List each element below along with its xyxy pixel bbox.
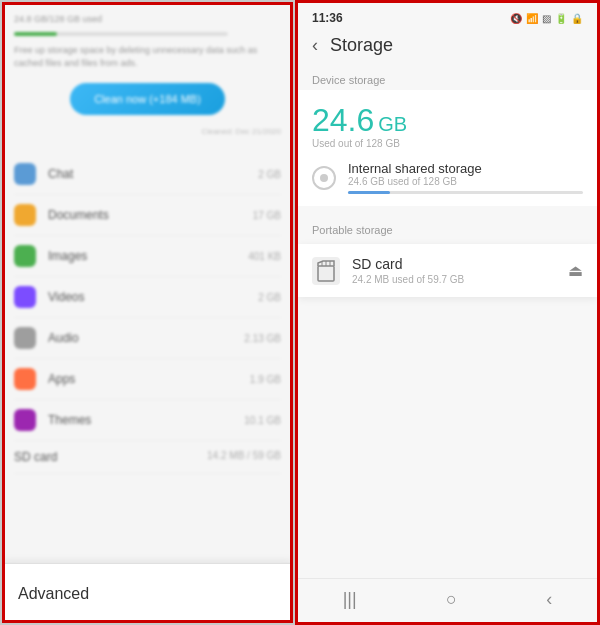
sdcard-label: SD card [14,450,57,464]
advanced-label: Advanced [18,585,89,603]
category-name: Documents [48,208,253,222]
clean-now-button[interactable]: Clean now (+184 MB) [70,83,225,115]
signal-icon: ▨ [542,13,551,24]
storage-used-text: Used out of 128 GB [312,138,583,149]
lock-icon: 🔒 [571,13,583,24]
category-icon [14,245,36,267]
category-size: 1.9 GB [250,374,281,385]
top-bar: ‹ Storage [298,29,597,66]
list-item[interactable]: Images401 KB [14,236,281,277]
internal-used: 24.6 GB used of 128 GB [348,176,583,187]
category-icon [14,163,36,185]
portable-section: Portable storage [298,214,597,244]
category-size: 2 GB [258,169,281,180]
category-name: Apps [48,372,250,386]
storage-title: Storage [330,35,393,56]
list-item[interactable]: Documents17 GB [14,195,281,236]
clean-date: Cleaned: Dec 21/2020 [14,127,281,136]
portable-storage-label: Portable storage [312,224,583,236]
advanced-bar[interactable]: Advanced [2,563,293,623]
internal-info: Internal shared storage 24.6 GB used of … [348,161,583,194]
sdcard-icon [312,257,340,285]
category-name: Images [48,249,248,263]
internal-bar [348,191,583,194]
right-panel: 11:36 🔇 📶 ▨ 🔋 🔒 ‹ Storage Device storage… [295,0,600,625]
nav-back-icon[interactable]: ‹ [546,589,552,610]
sdcard-size: 14.2 MB / 59 GB [207,450,281,464]
sdcard-info: SD card 24.2 MB used of 59.7 GB [352,256,556,285]
status-bar: 11:36 🔇 📶 ▨ 🔋 🔒 [298,3,597,29]
left-storage-bar [14,32,228,36]
list-item[interactable]: Themes10.1 GB [14,400,281,441]
internal-storage-row[interactable]: Internal shared storage 24.6 GB used of … [312,161,583,194]
list-item[interactable]: Videos2 GB [14,277,281,318]
category-size: 401 KB [248,251,281,262]
storage-circle-icon [312,166,336,190]
device-storage-label: Device storage [298,66,597,90]
category-icon [14,368,36,390]
battery-icon: 🔋 [555,13,567,24]
sdcard-name: SD card [352,256,556,272]
list-item[interactable]: Audio2.13 GB [14,318,281,359]
eject-button[interactable]: ⏏ [568,261,583,280]
list-item[interactable]: Apps1.9 GB [14,359,281,400]
category-size: 2.13 GB [244,333,281,344]
nav-recents-icon[interactable]: ||| [343,589,357,610]
storage-unit: GB [378,113,407,136]
sdcard-row: SD card 14.2 MB / 59 GB [14,441,281,474]
category-size: 10.1 GB [244,415,281,426]
mute-icon: 🔇 [510,13,522,24]
right-spacer [298,297,597,578]
category-icon [14,409,36,431]
category-name: Chat [48,167,258,181]
category-icon [14,204,36,226]
sdcard-used-text: 24.2 MB used of 59.7 GB [352,274,556,285]
storage-amount: 24.6 [312,104,374,136]
left-description: Free up storage space by deleting unnece… [14,44,281,69]
left-panel: 24.8 GB/128 GB used Free up storage spac… [0,0,295,625]
svg-rect-0 [318,266,334,281]
category-icon [14,327,36,349]
category-name: Themes [48,413,244,427]
category-name: Audio [48,331,244,345]
wifi-icon: 📶 [526,13,538,24]
internal-bar-fill [348,191,390,194]
category-size: 17 GB [253,210,281,221]
left-storage-bar-fill [14,32,57,36]
nav-home-icon[interactable]: ○ [446,589,457,610]
sdcard-card[interactable]: SD card 24.2 MB used of 59.7 GB ⏏ [298,244,597,297]
internal-title: Internal shared storage [348,161,583,176]
left-blurred-content: 24.8 GB/128 GB used Free up storage spac… [2,2,293,563]
device-storage-card: 24.6 GB Used out of 128 GB Internal shar… [298,90,597,206]
back-button[interactable]: ‹ [312,35,318,56]
category-name: Videos [48,290,258,304]
status-time: 11:36 [312,11,343,25]
category-icon [14,286,36,308]
left-storage-used: 24.8 GB/128 GB used [14,14,281,24]
category-size: 2 GB [258,292,281,303]
bottom-nav: ||| ○ ‹ [298,578,597,622]
status-icons: 🔇 📶 ▨ 🔋 🔒 [510,13,583,24]
list-item[interactable]: Chat2 GB [14,154,281,195]
